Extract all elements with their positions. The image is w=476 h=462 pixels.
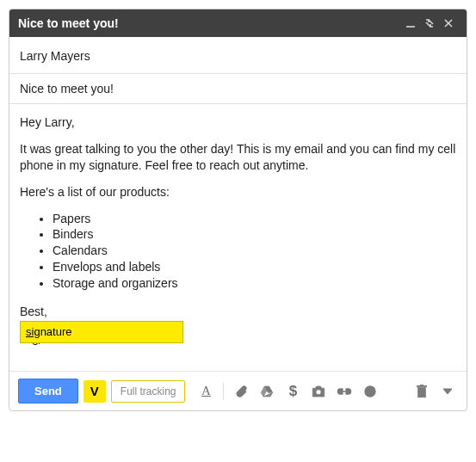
svg-point-7 — [368, 390, 369, 391]
list-item: Envelops and labels — [53, 259, 456, 275]
subject-value: Nice to meet you! — [20, 82, 114, 95]
message-body[interactable]: Hey Larry, It was great talking to you t… — [9, 104, 467, 371]
divider — [223, 383, 224, 400]
restore-icon[interactable] — [420, 14, 439, 33]
drive-icon[interactable] — [257, 381, 277, 402]
window-title: Nice to meet you! — [18, 16, 401, 30]
camera-icon[interactable] — [308, 381, 329, 402]
vocus-badge[interactable]: V — [83, 380, 106, 403]
compose-window: Nice to meet you! Larry Mayers Nice to m… — [9, 9, 467, 411]
product-list: Papers Binders Calendars Envelops and la… — [20, 211, 456, 292]
autocomplete-match: sig — [26, 325, 40, 338]
close-icon[interactable] — [439, 14, 458, 33]
svg-point-6 — [365, 386, 375, 397]
minimize-icon[interactable] — [401, 14, 420, 33]
list-item: Storage and organizers — [53, 275, 456, 292]
svg-marker-12 — [443, 389, 452, 394]
svg-rect-9 — [417, 387, 425, 397]
svg-rect-11 — [420, 385, 423, 385]
body-p2: Here's a list of our products: — [20, 184, 456, 200]
link-icon[interactable] — [334, 381, 355, 402]
autocomplete-rest: nature — [40, 325, 72, 338]
body-closing: Best, — [20, 304, 456, 320]
autocomplete-popup[interactable]: signature — [20, 321, 183, 343]
to-field[interactable]: Larry Mayers — [9, 37, 467, 74]
list-item: Binders — [53, 226, 456, 243]
subject-field[interactable]: Nice to meet you! — [9, 74, 467, 104]
send-button[interactable]: Send — [18, 379, 78, 403]
body-p1: It was great talking to you the other da… — [20, 141, 456, 174]
tracking-button[interactable]: Full tracking — [111, 380, 186, 403]
attach-icon[interactable] — [231, 381, 251, 402]
to-value: Larry Mayers — [20, 49, 90, 63]
more-icon[interactable] — [437, 381, 458, 402]
list-item: Calendars — [53, 243, 456, 259]
svg-point-8 — [372, 390, 373, 391]
titlebar[interactable]: Nice to meet you! — [9, 9, 467, 37]
format-icon[interactable]: A — [195, 381, 216, 402]
toolbar: Send V Full tracking A $ — [9, 371, 467, 410]
trash-icon[interactable] — [411, 381, 432, 402]
list-item: Papers — [53, 211, 456, 227]
emoji-icon[interactable] — [360, 381, 380, 402]
svg-point-5 — [316, 389, 321, 394]
dollar-icon[interactable]: $ — [282, 381, 303, 402]
body-greeting: Hey Larry, — [20, 114, 456, 131]
